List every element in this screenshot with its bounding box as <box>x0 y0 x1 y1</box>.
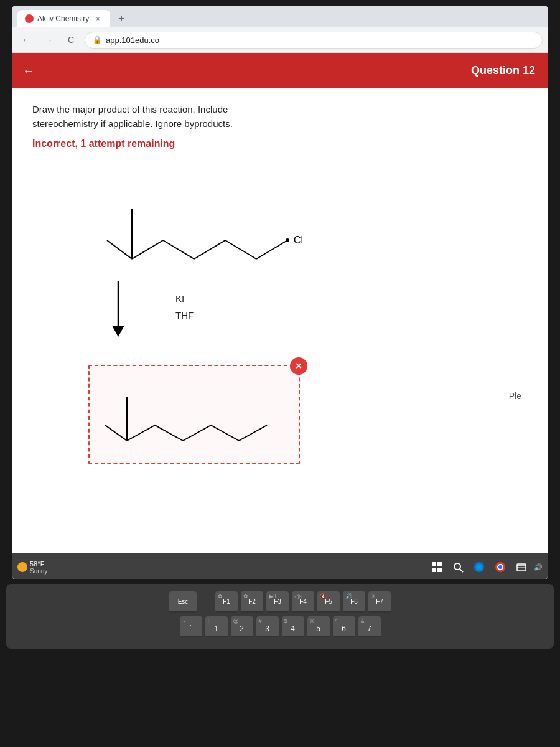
weather-temp: 58°F <box>30 560 47 568</box>
weather-badge: 58°F Sunny <box>17 560 47 575</box>
key-f6[interactable]: 🔊 F6 <box>343 591 365 613</box>
key-f2[interactable]: ✿ F2 <box>241 591 263 613</box>
tab-close-button[interactable]: × <box>93 14 103 24</box>
app-back-button[interactable]: ← <box>22 63 35 78</box>
incorrect-label: Incorrect, 1 attempt remaining <box>32 138 528 149</box>
question-label: Question 12 <box>471 64 535 77</box>
laptop-frame: Aktiv Chemistry × + ← → C 🔒 app.101edu.c… <box>0 0 560 747</box>
reagent-ki: KI <box>175 290 194 307</box>
svg-point-8 <box>286 238 289 242</box>
key-5[interactable]: % 5 <box>307 616 330 637</box>
active-tab[interactable]: Aktiv Chemistry × <box>17 10 110 27</box>
svg-line-16 <box>211 425 239 441</box>
key-f1[interactable]: ✿ F1 <box>215 591 238 613</box>
key-esc[interactable]: Esc <box>169 591 197 613</box>
browser-bar: ← → C 🔒 app.101edu.co <box>12 27 548 52</box>
screen: Aktiv Chemistry × + ← → C 🔒 app.101edu.c… <box>12 6 548 579</box>
svg-rect-20 <box>432 568 436 572</box>
browser-chrome: Aktiv Chemistry × + ← → C 🔒 app.101edu.c… <box>12 6 548 53</box>
new-tab-button[interactable]: + <box>113 10 130 27</box>
browser-tabs: Aktiv Chemistry × + <box>12 6 548 27</box>
address-bar[interactable]: 🔒 app.101edu.co <box>85 32 543 49</box>
taskbar-chrome-button[interactable] <box>492 558 509 576</box>
tab-favicon <box>25 14 34 23</box>
key-2[interactable]: @ 2 <box>231 616 253 637</box>
svg-line-3 <box>163 240 194 259</box>
reagent-thf: THF <box>175 307 194 324</box>
volume-icon[interactable]: 🔊 <box>534 563 543 571</box>
svg-point-22 <box>454 563 460 570</box>
answer-close-button[interactable]: ✕ <box>290 357 307 375</box>
taskbar: 58°F Sunny <box>12 553 548 579</box>
taskbar-system-tray: 🔊 <box>534 563 543 571</box>
taskbar-files-button[interactable] <box>513 558 530 576</box>
weather-condition: Sunny <box>30 568 47 575</box>
number-row: ~ ` ! 1 @ 2 # 3 $ 4 % 5 <box>16 616 544 637</box>
svg-line-4 <box>194 240 225 259</box>
weather-info: 58°F Sunny <box>30 560 47 575</box>
svg-line-2 <box>132 240 163 259</box>
question-text: Draw the major product of this reaction.… <box>32 103 528 131</box>
key-3[interactable]: # 3 <box>256 616 279 637</box>
svg-marker-10 <box>112 326 124 337</box>
app-content: ← Question 12 Draw the major product of … <box>12 53 548 579</box>
key-tilde[interactable]: ~ ` <box>180 616 202 637</box>
key-1[interactable]: ! 1 <box>205 616 228 637</box>
taskbar-search-button[interactable] <box>449 558 467 576</box>
molecule-area: Cl KI THF <box>32 159 528 566</box>
svg-point-28 <box>498 565 502 569</box>
key-f4[interactable]: ◁× F4 <box>292 591 314 613</box>
key-f5[interactable]: 🔇 F5 <box>317 591 340 613</box>
tab-title: Aktiv Chemistry <box>37 14 89 23</box>
reagent-labels: KI THF <box>175 290 194 324</box>
svg-rect-21 <box>437 568 442 572</box>
svg-line-12 <box>105 425 127 441</box>
nav-refresh-button[interactable]: C <box>62 31 80 49</box>
key-4[interactable]: $ 4 <box>282 616 304 637</box>
question-area: Draw the major product of this reaction.… <box>12 88 548 579</box>
taskbar-edge-button[interactable] <box>470 558 488 576</box>
address-text: app.101edu.co <box>106 35 159 45</box>
svg-point-25 <box>476 564 482 570</box>
key-7[interactable]: & 7 <box>358 616 381 637</box>
answer-molecule-svg <box>90 366 289 459</box>
answer-box[interactable]: ✕ <box>88 365 300 464</box>
svg-line-6 <box>256 240 287 259</box>
key-6[interactable]: ^ 6 <box>333 616 355 637</box>
svg-text:Cl: Cl <box>294 235 303 245</box>
function-row: Esc ✿ F1 ✿ F2 ▶II F3 ◁× F4 🔇 F5 <box>16 591 544 613</box>
svg-rect-19 <box>437 562 442 566</box>
nav-back-button[interactable]: ← <box>17 31 35 49</box>
nav-forward-button[interactable]: → <box>40 31 57 49</box>
starting-material-svg: Cl <box>82 172 393 284</box>
svg-line-1 <box>107 240 132 259</box>
ple-label: Ple <box>509 391 521 401</box>
svg-rect-18 <box>432 562 436 566</box>
reaction-arrow-svg <box>106 281 131 343</box>
weather-icon <box>17 562 27 572</box>
svg-line-17 <box>239 425 267 441</box>
app-header: ← Question 12 <box>12 53 548 88</box>
svg-line-5 <box>225 240 256 259</box>
key-f7[interactable]: ☀ F7 <box>368 591 391 613</box>
key-f3[interactable]: ▶II F3 <box>266 591 289 613</box>
taskbar-windows-button[interactable] <box>428 558 446 576</box>
svg-line-13 <box>127 425 155 441</box>
svg-line-14 <box>155 425 183 441</box>
svg-line-15 <box>183 425 211 441</box>
svg-line-23 <box>460 569 463 572</box>
keyboard-area: Esc ✿ F1 ✿ F2 ▶II F3 ◁× F4 🔇 F5 <box>6 584 554 649</box>
lock-icon: 🔒 <box>93 35 102 44</box>
